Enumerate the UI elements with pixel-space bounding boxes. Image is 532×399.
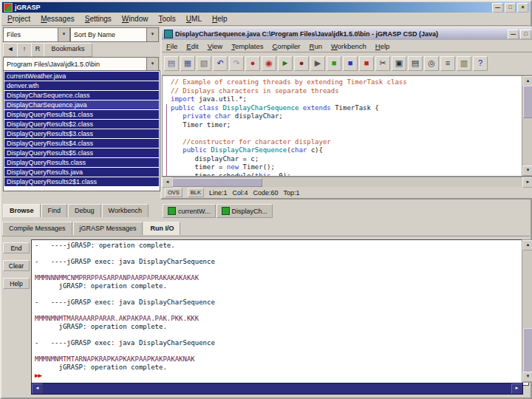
output-hscrollbar[interactable]: ◄ ►: [31, 383, 523, 395]
editor-menu-compiler[interactable]: Compiler: [267, 41, 304, 51]
file-item[interactable]: DisplayQueryResults$2.class: [4, 120, 159, 129]
scrollbar-thumb[interactable]: [523, 328, 532, 372]
code-editor[interactable]: // Example of creating threads by extend…: [162, 75, 532, 177]
bookmarks-button[interactable]: Bookmarks: [44, 43, 92, 57]
maximize-button[interactable]: □: [505, 3, 516, 13]
sort-combo[interactable]: Sort By Name ▼: [70, 27, 159, 42]
editor-menu-run[interactable]: Run: [305, 41, 327, 51]
divider: [2, 236, 530, 236]
remove-csd-icon[interactable]: ■: [343, 56, 358, 71]
menu-messages[interactable]: Messages: [35, 13, 80, 24]
menu-settings[interactable]: Settings: [80, 13, 117, 24]
file-item[interactable]: DisplayQueryResults$4.class: [4, 139, 159, 148]
help-icon[interactable]: ?: [473, 56, 488, 71]
line-numbers-icon[interactable]: ≡: [440, 56, 455, 71]
freeze-icon[interactable]: ■: [359, 56, 374, 71]
file-list[interactable]: currentWeather.javadenver.wthDisplayChar…: [3, 70, 160, 191]
scroll-left-icon[interactable]: ◄: [162, 177, 173, 188]
undo-icon[interactable]: ↶: [213, 56, 228, 71]
file-item[interactable]: DisplayQueryResults$1.class: [4, 110, 159, 119]
editor-menu-templates[interactable]: Templates: [227, 41, 267, 51]
output-lines: - ----jGRASP: operation complete.- ----j…: [35, 242, 525, 372]
tab-run-i-o[interactable]: Run I/O: [143, 222, 180, 235]
editor-vscrollbar[interactable]: ▲ ▼: [522, 76, 532, 176]
paste-icon[interactable]: ▤: [408, 56, 423, 71]
help-button[interactable]: Help: [3, 278, 30, 289]
editor-hscrollbar[interactable]: ◄ ►: [162, 177, 532, 187]
file-item[interactable]: DisplayQueryResults2$1.class: [4, 177, 159, 186]
tab-workbench[interactable]: Workbench: [102, 204, 149, 217]
block-mode-toggle[interactable]: BLK: [188, 188, 204, 197]
tab-compile-messages[interactable]: Compile Messages: [2, 222, 72, 235]
chevron-down-icon[interactable]: ▼: [58, 28, 69, 41]
generate-csd-icon[interactable]: ■: [327, 56, 341, 71]
minimize-button[interactable]: —: [492, 3, 503, 13]
cut-icon[interactable]: ✂: [375, 56, 390, 71]
titlebar[interactable]: jGRASP —□×: [2, 2, 530, 13]
run-icon[interactable]: ►: [278, 56, 293, 71]
editor-titlebar[interactable]: DisplayCharSequence.java C:\Program File…: [162, 28, 532, 40]
file-item[interactable]: DisplayQueryResults.java: [4, 168, 159, 177]
menu-help[interactable]: Help: [207, 13, 233, 24]
run-io-output[interactable]: - ----jGRASP: operation complete.- ----j…: [31, 239, 529, 386]
path-combo[interactable]: Program Files\Java\jdk1.5.0\bin ▼: [3, 57, 159, 71]
output-vscrollbar[interactable]: ▲ ▼: [522, 239, 532, 383]
scroll-right-icon[interactable]: ►: [511, 383, 522, 394]
window-tab-displaych[interactable]: DisplayCh...: [216, 204, 273, 218]
close-button[interactable]: ×: [517, 3, 528, 13]
editor-menu-file[interactable]: File: [162, 41, 182, 51]
run-applet-icon[interactable]: ▶: [310, 56, 325, 71]
up-directory-button[interactable]: ↑: [17, 43, 32, 57]
frame-restore-button[interactable]: □: [520, 30, 531, 39]
file-item[interactable]: DisplayQueryResults$3.class: [4, 129, 159, 138]
tab-debug[interactable]: Debug: [68, 204, 101, 217]
output-line: - ----jGRASP: operation complete.: [35, 242, 525, 250]
print-icon[interactable]: ▧: [197, 56, 211, 71]
file-item[interactable]: DisplayCharSequence.java: [4, 100, 159, 109]
editor-menu-view[interactable]: View: [203, 41, 227, 51]
scrollbar-thumb[interactable]: [172, 178, 262, 187]
scroll-up-icon[interactable]: ▲: [522, 240, 532, 250]
end-button[interactable]: End: [3, 242, 30, 253]
frame-minimize-button[interactable]: —: [508, 30, 519, 39]
open-file-icon[interactable]: ▤: [164, 56, 179, 71]
menu-tools[interactable]: Tools: [153, 13, 180, 24]
scroll-down-icon[interactable]: ▼: [522, 166, 532, 176]
scroll-up-icon[interactable]: ▲: [522, 76, 532, 86]
file-item[interactable]: denver.wth: [4, 81, 159, 90]
copy-icon[interactable]: ▣: [392, 56, 406, 71]
debug-icon[interactable]: ●: [294, 56, 309, 71]
refresh-button[interactable]: R: [31, 43, 44, 57]
file-item[interactable]: DisplayQueryResults$5.class: [4, 149, 159, 157]
compile-run-icon[interactable]: ◉: [262, 56, 276, 71]
back-button[interactable]: ◄: [3, 43, 18, 57]
overstrike-toggle[interactable]: OVS: [165, 188, 183, 197]
menu-uml[interactable]: UML: [181, 13, 207, 24]
message-icon[interactable]: ▥: [457, 56, 471, 71]
tab-jgrasp-messages[interactable]: jGRASP Messages: [73, 222, 143, 235]
compile-icon[interactable]: ●: [245, 56, 260, 71]
chevron-down-icon[interactable]: ▼: [146, 28, 158, 41]
tab-browse[interactable]: Browse: [3, 204, 41, 217]
window-tab-currentw[interactable]: currentW...: [163, 204, 216, 218]
find-icon[interactable]: ◎: [424, 56, 439, 71]
scroll-left-icon[interactable]: ◄: [32, 383, 43, 394]
file-item[interactable]: DisplayCharSequence.class: [4, 91, 159, 100]
menu-project[interactable]: Project: [2, 13, 35, 24]
chevron-down-icon[interactable]: ▼: [146, 58, 158, 70]
scroll-right-icon[interactable]: ►: [522, 177, 532, 188]
editor-menu-edit[interactable]: Edit: [182, 41, 202, 51]
editor-menu-workbench[interactable]: Workbench: [327, 41, 371, 51]
menu-window[interactable]: Window: [117, 13, 154, 24]
tab-find[interactable]: Find: [41, 204, 68, 217]
scroll-down-icon[interactable]: ▼: [522, 372, 532, 382]
clear-button[interactable]: Clear: [3, 260, 30, 271]
file-item[interactable]: currentWeather.java: [4, 72, 159, 81]
save-icon[interactable]: ▦: [180, 56, 195, 71]
code-line: timer = new Timer();: [171, 163, 521, 172]
redo-icon[interactable]: ↷: [229, 56, 244, 71]
files-combo[interactable]: Files ▼: [3, 27, 70, 42]
scrollbar-thumb[interactable]: [523, 86, 532, 118]
file-item[interactable]: DisplayQueryResults.class: [4, 158, 159, 167]
editor-menu-help[interactable]: Help: [371, 41, 395, 51]
